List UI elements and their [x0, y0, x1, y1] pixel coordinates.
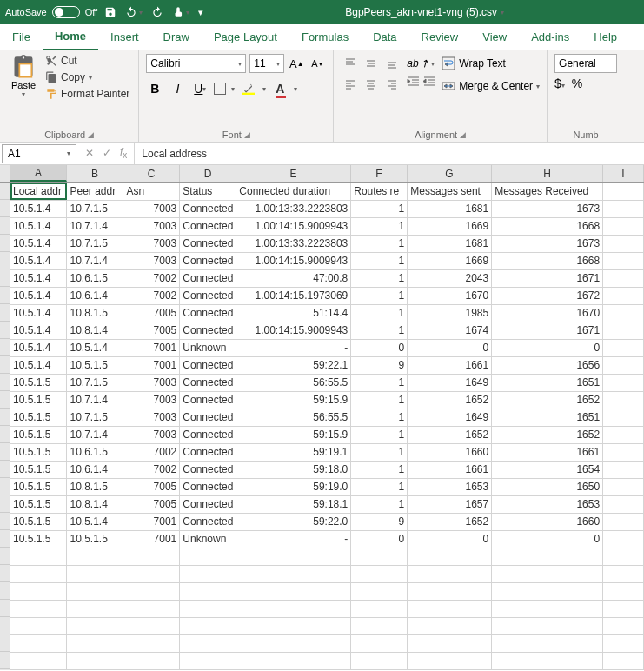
cell[interactable]: [603, 600, 644, 617]
cell[interactable]: 10.5.1.5: [10, 513, 67, 530]
align-left-icon[interactable]: [341, 75, 360, 94]
cell[interactable]: Connected: [180, 495, 236, 513]
cell[interactable]: [123, 548, 180, 565]
formula-input[interactable]: Local address: [134, 143, 644, 164]
cell[interactable]: 10.5.1.4: [10, 287, 67, 304]
cell[interactable]: [67, 652, 123, 669]
cell[interactable]: 1671: [492, 269, 603, 287]
row-header[interactable]: [0, 600, 10, 617]
cell[interactable]: [408, 582, 492, 600]
align-middle-icon[interactable]: [362, 54, 381, 73]
cell[interactable]: [408, 565, 492, 582]
row-header[interactable]: [0, 565, 10, 582]
row-header[interactable]: [0, 183, 10, 200]
cell[interactable]: [67, 582, 123, 600]
chevron-down-icon[interactable]: ▾: [89, 74, 92, 82]
cell[interactable]: [603, 617, 644, 634]
cell[interactable]: 1673: [492, 235, 603, 252]
cell[interactable]: [492, 600, 603, 617]
dialog-launcher-icon[interactable]: ◢: [244, 130, 250, 139]
chevron-down-icon[interactable]: ▾: [536, 83, 540, 90]
tab-help[interactable]: Help: [581, 24, 629, 50]
cell[interactable]: Connected: [180, 443, 236, 461]
cell[interactable]: 10.5.1.4: [10, 252, 67, 269]
cell[interactable]: [10, 565, 67, 582]
row-header[interactable]: [0, 252, 10, 269]
cell[interactable]: [67, 634, 123, 652]
cell[interactable]: [180, 600, 236, 617]
cell[interactable]: [603, 269, 644, 287]
increase-indent-icon[interactable]: [422, 75, 436, 91]
underline-button[interactable]: U▾: [191, 80, 209, 97]
tab-home[interactable]: Home: [43, 24, 98, 50]
cell[interactable]: 7005: [123, 495, 180, 513]
cell[interactable]: Peer addr: [67, 183, 123, 200]
cell[interactable]: 10.7.1.5: [67, 374, 123, 391]
chevron-down-icon[interactable]: ▾: [22, 90, 25, 98]
cell[interactable]: 10.5.1.5: [10, 461, 67, 478]
cell[interactable]: 10.5.1.5: [10, 426, 67, 443]
cell[interactable]: 56:55.5: [236, 409, 351, 426]
cell[interactable]: Connected duration: [236, 183, 351, 200]
cell[interactable]: 1: [351, 304, 408, 322]
cell[interactable]: Connected: [180, 287, 236, 304]
row-header[interactable]: [0, 495, 10, 513]
cell[interactable]: [603, 548, 644, 565]
cell[interactable]: 1669: [408, 252, 492, 269]
cell[interactable]: [236, 617, 351, 634]
cell[interactable]: 7001: [123, 356, 180, 374]
cell[interactable]: 10.8.1.4: [67, 322, 123, 339]
column-header[interactable]: I: [603, 165, 644, 182]
cell[interactable]: [408, 617, 492, 634]
cell[interactable]: 10.7.1.5: [67, 235, 123, 252]
cell[interactable]: 1661: [408, 461, 492, 478]
cell[interactable]: 10.7.1.5: [67, 409, 123, 426]
cell[interactable]: 1649: [408, 409, 492, 426]
row-header[interactable]: [0, 356, 10, 374]
cell[interactable]: 1673: [492, 200, 603, 217]
cell[interactable]: 7003: [123, 426, 180, 443]
cell[interactable]: 10.5.1.5: [10, 478, 67, 495]
cell[interactable]: [351, 582, 408, 600]
align-top-icon[interactable]: [341, 54, 360, 73]
cell[interactable]: 59:18.1: [236, 495, 351, 513]
row-header[interactable]: [0, 200, 10, 217]
cell[interactable]: [67, 548, 123, 565]
cell[interactable]: 10.6.1.4: [67, 461, 123, 478]
tab-insert[interactable]: Insert: [98, 24, 151, 50]
cell[interactable]: [603, 634, 644, 652]
cell[interactable]: 10.5.1.5: [10, 409, 67, 426]
percent-button[interactable]: %: [572, 76, 582, 90]
touch-mode-button[interactable]: ▾: [172, 6, 189, 18]
font-color-button[interactable]: A: [271, 80, 289, 97]
cell[interactable]: 1653: [492, 495, 603, 513]
cell[interactable]: 1.00:14:15.9009943: [236, 252, 351, 269]
cell[interactable]: 59:19.0: [236, 478, 351, 495]
cell[interactable]: 7005: [123, 478, 180, 495]
cell[interactable]: 1660: [492, 513, 603, 530]
cell[interactable]: Messages Received: [492, 183, 603, 200]
cell[interactable]: [236, 548, 351, 565]
tab-formulas[interactable]: Formulas: [289, 24, 361, 50]
cell[interactable]: [351, 565, 408, 582]
cell[interactable]: Connected: [180, 409, 236, 426]
column-header[interactable]: A: [10, 165, 67, 182]
cell[interactable]: Connected: [180, 235, 236, 252]
cell[interactable]: [123, 652, 180, 669]
cell[interactable]: 7002: [123, 287, 180, 304]
enter-formula-icon[interactable]: ✓: [103, 147, 111, 159]
cell[interactable]: 7003: [123, 235, 180, 252]
cell[interactable]: 47:00.8: [236, 269, 351, 287]
cell[interactable]: Connected: [180, 200, 236, 217]
bold-button[interactable]: B: [146, 80, 163, 97]
fill-color-button[interactable]: [240, 80, 257, 97]
cell[interactable]: 1660: [408, 443, 492, 461]
cell[interactable]: [67, 565, 123, 582]
row-header[interactable]: [0, 548, 10, 565]
cell[interactable]: 1674: [408, 322, 492, 339]
tab-view[interactable]: View: [470, 24, 519, 50]
cell[interactable]: [603, 513, 644, 530]
cell[interactable]: [10, 582, 67, 600]
cell[interactable]: 1668: [492, 252, 603, 269]
border-button[interactable]: [214, 83, 226, 95]
